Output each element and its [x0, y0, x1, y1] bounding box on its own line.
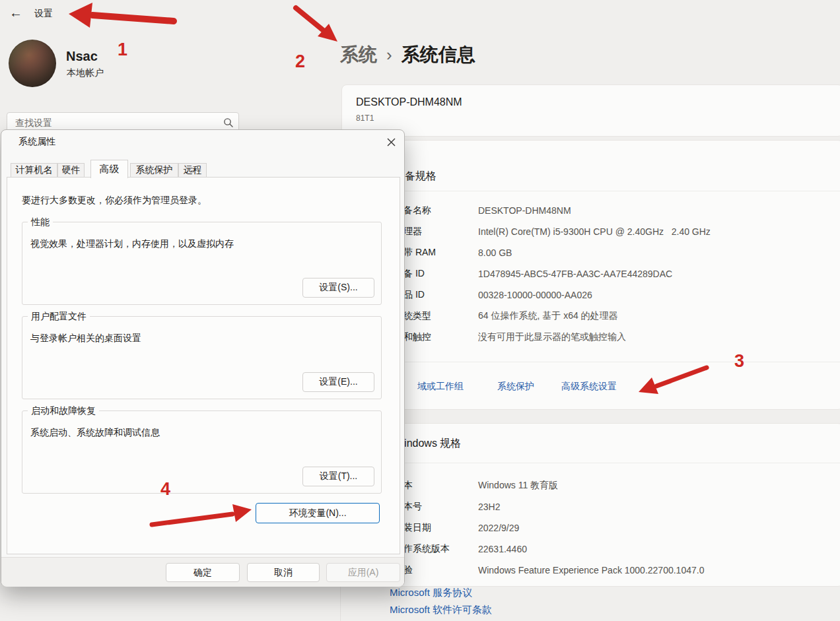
spec-value: DESKTOP-DHM48NM [478, 205, 571, 216]
spec-row-device-id: 设备 ID1D478945-ABC5-47FB-AA3C-AA7E44289DA… [394, 263, 836, 284]
spec-label: 安装日期 [394, 522, 478, 534]
divider [342, 463, 840, 463]
performance-group: 性能 视觉效果，处理器计划，内存使用，以及虚拟内存 设置(S)... [22, 222, 382, 305]
spec-label: 版本号 [394, 501, 478, 513]
content-edge-divider [340, 585, 341, 621]
spec-label: 操作系统版本 [394, 543, 478, 555]
performance-settings-button[interactable]: 设置(S)... [302, 278, 374, 298]
user-profiles-settings-button[interactable]: 设置(E)... [302, 372, 374, 392]
spec-value: 64 位操作系统, 基于 x64 的处理器 [478, 310, 618, 322]
performance-group-title: 性能 [28, 216, 53, 228]
spec-value: 00328-10000-00000-AA026 [478, 290, 592, 300]
advanced-system-settings-link[interactable]: 高级系统设置 [561, 381, 617, 393]
back-arrow-icon[interactable]: ← [9, 5, 22, 20]
page-title: 系统信息 [402, 42, 475, 67]
annotation-number-1: 1 [118, 40, 127, 60]
search-input[interactable] [7, 117, 219, 128]
app-title: 设置 [34, 8, 53, 20]
services-agreement-link[interactable]: Microsoft 服务协议 [390, 587, 472, 599]
spec-label: 体验 [394, 564, 478, 576]
ok-button[interactable]: 确定 [166, 563, 240, 582]
spec-value: Windows 11 教育版 [478, 480, 558, 492]
spec-label: 产品 ID [394, 289, 478, 301]
spec-row-ram: 机带 RAM8.00 GB [394, 242, 836, 263]
spec-row-edition: 版本Windows 11 教育版 [394, 475, 836, 496]
user-profiles-group: 用户配置文件 与登录帐户相关的桌面设置 设置(E)... [22, 316, 382, 399]
spec-value: 23H2 [478, 502, 500, 512]
device-specs-card: 设备规格 设备名称DESKTOP-DHM48NM 处理器Intel(R) Cor… [341, 140, 840, 410]
divider [342, 362, 840, 362]
spec-row-system-type: 系统类型64 位操作系统, 基于 x64 的处理器 [394, 306, 836, 327]
annotation-number-2: 2 [295, 51, 305, 72]
startup-recovery-group: 启动和故障恢复 系统启动、系统故障和调试信息 设置(T)... [22, 410, 382, 494]
avatar[interactable] [9, 40, 56, 87]
license-terms-link[interactable]: Microsoft 软件许可条款 [390, 604, 492, 616]
spec-value: 2022/9/29 [478, 523, 519, 533]
spec-row-os-build: 操作系统版本22631.4460 [394, 539, 836, 560]
breadcrumb-chevron: › [386, 45, 392, 65]
system-protection-link[interactable]: 系统保护 [497, 381, 534, 393]
spec-row-experience: 体验Windows Feature Experience Pack 1000.2… [394, 560, 836, 581]
admin-note: 要进行大多数更改，你必须作为管理员登录。 [22, 195, 207, 207]
device-name-card: DESKTOP-DHM48NM 81T1 [341, 84, 840, 137]
spec-label: 笔和触控 [394, 331, 478, 343]
spec-row-device-name: 设备名称DESKTOP-DHM48NM [394, 200, 836, 221]
user-profiles-group-title: 用户配置文件 [28, 311, 90, 323]
tab-advanced[interactable]: 高级 [90, 160, 128, 178]
spec-value: Windows Feature Experience Pack 1000.227… [478, 565, 704, 575]
domain-workgroup-link[interactable]: 域或工作组 [417, 381, 464, 393]
cancel-button[interactable]: 取消 [247, 563, 320, 582]
spec-label: 机带 RAM [394, 247, 478, 259]
spec-row-version: 版本号23H2 [394, 496, 836, 517]
environment-variables-button[interactable]: 环境变量(N)... [256, 503, 380, 523]
system-properties-dialog: 系统属性 计算机名 硬件 高级 系统保护 远程 要进行大多数更改，你必须作为管理… [1, 129, 405, 587]
annotation-number-4: 4 [160, 479, 170, 500]
breadcrumb: 系统 › 系统信息 [340, 42, 475, 67]
tab-computer-name[interactable]: 计算机名 [11, 163, 57, 178]
device-model: 81T1 [356, 114, 374, 123]
spec-row-pen-touch: 笔和触控没有可用于此显示器的笔或触控输入 [394, 327, 836, 348]
device-name: DESKTOP-DHM48NM [356, 96, 462, 108]
spec-row-product-id: 产品 ID00328-10000-00000-AA026 [394, 284, 836, 306]
annotation-number-3: 3 [734, 351, 744, 372]
dialog-title: 系统属性 [18, 136, 55, 148]
advanced-tab-panel: 要进行大多数更改，你必须作为管理员登录。 性能 视觉效果，处理器计划，内存使用，… [7, 177, 400, 554]
apply-button: 应用(A) [326, 563, 400, 582]
spec-label: 系统类型 [394, 310, 478, 322]
spec-label: 设备 ID [394, 268, 478, 280]
windows-specs-card: Windows 规格 版本Windows 11 教育版 版本号23H2 安装日期… [341, 423, 840, 587]
spec-row-processor: 处理器Intel(R) Core(TM) i5-9300H CPU @ 2.40… [394, 221, 836, 242]
spec-label: 处理器 [394, 226, 478, 238]
spec-label: 版本 [394, 480, 478, 492]
spec-value: 22631.4460 [478, 544, 527, 554]
startup-recovery-settings-button[interactable]: 设置(T)... [302, 467, 374, 486]
annotation-arrow-1 [69, 3, 174, 28]
tab-remote[interactable]: 远程 [178, 163, 207, 178]
tab-system-protection[interactable]: 系统保护 [130, 163, 178, 178]
breadcrumb-root[interactable]: 系统 [340, 42, 377, 67]
divider [342, 191, 840, 191]
startup-recovery-desc: 系统启动、系统故障和调试信息 [30, 427, 160, 439]
spec-value: 8.00 GB [478, 247, 512, 258]
user-profiles-desc: 与登录帐户相关的桌面设置 [30, 333, 141, 344]
startup-recovery-group-title: 启动和故障恢复 [28, 405, 99, 417]
spec-row-install-date: 安装日期2022/9/29 [394, 517, 836, 539]
annotation-arrow-2 [296, 8, 337, 42]
dialog-footer: 确定 取消 应用(A) [1, 557, 404, 587]
spec-value: 1D478945-ABC5-47FB-AA3C-AA7E44289DAC [478, 269, 672, 279]
user-account-type: 本地帐户 [67, 67, 104, 79]
performance-desc: 视觉效果，处理器计划，内存使用，以及虚拟内存 [30, 238, 234, 250]
search-icon [219, 117, 238, 128]
spec-value: 没有可用于此显示器的笔或触控输入 [478, 331, 626, 343]
user-name[interactable]: Nsac [66, 49, 98, 64]
spec-value: Intel(R) Core(TM) i5-9300H CPU @ 2.40GHz… [478, 226, 711, 237]
spec-label: 设备名称 [394, 205, 478, 216]
tab-hardware[interactable]: 硬件 [57, 163, 85, 178]
close-icon[interactable] [383, 134, 399, 150]
